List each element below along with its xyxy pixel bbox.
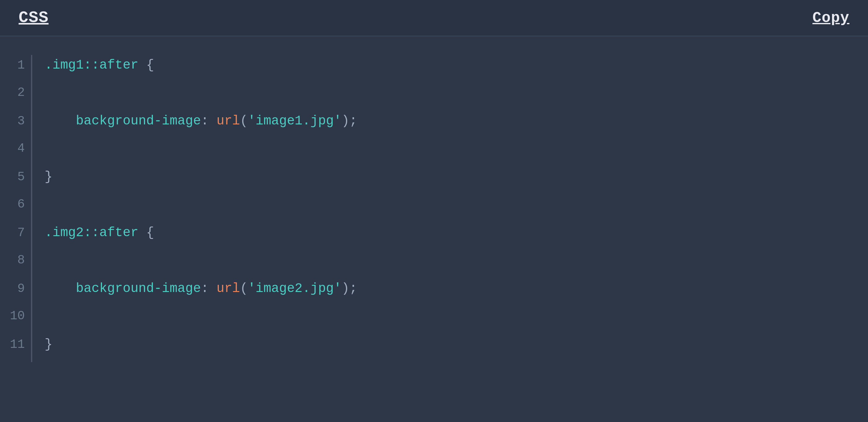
line-content: .img1::after {: [44, 55, 868, 76]
line-separator: [31, 195, 32, 223]
table-row: 8: [0, 250, 868, 278]
line-separator: [31, 250, 32, 278]
line-separator: [31, 83, 32, 111]
line-separator: [31, 306, 32, 334]
code-block: 1.img1::after {23 background-image: url(…: [0, 55, 868, 362]
line-content: .img2::after {: [44, 223, 868, 243]
header: CSS Copy: [0, 0, 868, 36]
code-area: 1.img1::after {23 background-image: url(…: [0, 36, 868, 422]
token-func: url: [217, 281, 240, 296]
table-row: 10: [0, 306, 868, 334]
line-number: 5: [0, 167, 31, 187]
token-string: 'image2.jpg': [248, 281, 341, 296]
line-content: }: [44, 167, 868, 188]
line-number: 9: [0, 279, 31, 299]
token-brace: }: [44, 337, 52, 352]
line-separator: [31, 334, 32, 362]
line-number: 3: [0, 111, 31, 131]
table-row: 3 background-image: url('image1.jpg');: [0, 111, 868, 139]
token-colon: :: [201, 114, 216, 129]
line-separator: [31, 278, 32, 306]
table-row: 1.img1::after {: [0, 55, 868, 83]
line-content: }: [44, 334, 868, 355]
token-punctuation: {: [138, 58, 154, 73]
line-number: 6: [0, 195, 31, 215]
token-func: url: [217, 114, 240, 129]
line-separator: [31, 167, 32, 195]
line-separator: [31, 55, 32, 83]
line-number: 11: [0, 335, 31, 355]
token-selector: .img2::after: [44, 225, 138, 240]
copy-button[interactable]: Copy: [812, 10, 849, 26]
token-selector: .img1::after: [44, 58, 138, 73]
table-row: 9 background-image: url('image2.jpg');: [0, 278, 868, 306]
table-row: 2: [0, 83, 868, 111]
table-row: 11}: [0, 334, 868, 362]
line-content: background-image: url('image2.jpg');: [44, 278, 868, 299]
line-number: 1: [0, 56, 31, 76]
table-row: 6: [0, 195, 868, 223]
line-separator: [31, 139, 32, 167]
token-punctuation: (: [240, 281, 248, 296]
line-separator: [31, 223, 32, 250]
line-separator: [31, 111, 32, 139]
token-punctuation: {: [138, 225, 154, 240]
token-brace: }: [44, 169, 52, 184]
table-row: 4: [0, 139, 868, 167]
token-punctuation: );: [342, 114, 357, 129]
line-number: 4: [0, 139, 31, 159]
token-property: background-image: [44, 281, 201, 296]
token-colon: :: [201, 281, 216, 296]
token-property: background-image: [44, 114, 201, 129]
table-row: 7.img2::after {: [0, 223, 868, 250]
line-number: 7: [0, 223, 31, 243]
token-punctuation: );: [342, 281, 357, 296]
line-content: background-image: url('image1.jpg');: [44, 111, 868, 132]
table-row: 5}: [0, 167, 868, 195]
line-number: 2: [0, 83, 31, 103]
line-number: 8: [0, 250, 31, 270]
main-container: CSS Copy 1.img1::after {23 background-im…: [0, 0, 868, 422]
token-string: 'image1.jpg': [248, 114, 341, 129]
line-number: 10: [0, 306, 31, 326]
page-title: CSS: [19, 9, 49, 27]
token-punctuation: (: [240, 114, 248, 129]
